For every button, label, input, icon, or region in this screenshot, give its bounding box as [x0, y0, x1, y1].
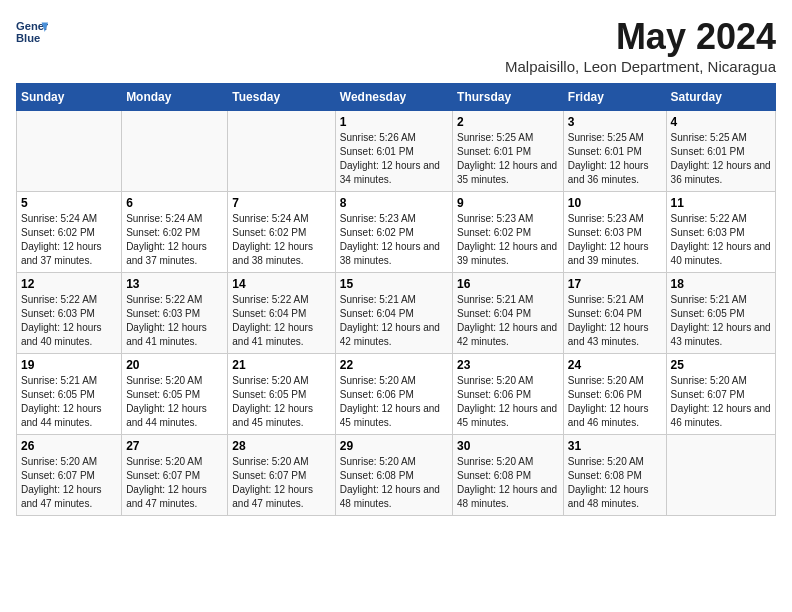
day-number: 26	[21, 439, 117, 453]
calendar-cell: 22Sunrise: 5:20 AMSunset: 6:06 PMDayligh…	[335, 354, 452, 435]
day-info: Sunrise: 5:22 AMSunset: 6:03 PMDaylight:…	[671, 212, 771, 268]
day-number: 24	[568, 358, 662, 372]
day-number: 5	[21, 196, 117, 210]
day-number: 4	[671, 115, 771, 129]
day-number: 27	[126, 439, 223, 453]
day-number: 18	[671, 277, 771, 291]
day-header-thursday: Thursday	[453, 84, 564, 111]
day-info: Sunrise: 5:20 AMSunset: 6:05 PMDaylight:…	[126, 374, 223, 430]
day-info: Sunrise: 5:25 AMSunset: 6:01 PMDaylight:…	[457, 131, 559, 187]
calendar-cell: 27Sunrise: 5:20 AMSunset: 6:07 PMDayligh…	[122, 435, 228, 516]
main-title: May 2024	[505, 16, 776, 58]
day-info: Sunrise: 5:23 AMSunset: 6:03 PMDaylight:…	[568, 212, 662, 268]
day-number: 17	[568, 277, 662, 291]
day-number: 20	[126, 358, 223, 372]
day-info: Sunrise: 5:25 AMSunset: 6:01 PMDaylight:…	[568, 131, 662, 187]
day-info: Sunrise: 5:20 AMSunset: 6:07 PMDaylight:…	[232, 455, 330, 511]
calendar-cell	[666, 435, 775, 516]
day-info: Sunrise: 5:24 AMSunset: 6:02 PMDaylight:…	[21, 212, 117, 268]
title-block: May 2024 Malpaisillo, Leon Department, N…	[505, 16, 776, 75]
day-info: Sunrise: 5:23 AMSunset: 6:02 PMDaylight:…	[340, 212, 448, 268]
day-number: 29	[340, 439, 448, 453]
calendar-cell: 15Sunrise: 5:21 AMSunset: 6:04 PMDayligh…	[335, 273, 452, 354]
day-number: 12	[21, 277, 117, 291]
calendar-cell: 3Sunrise: 5:25 AMSunset: 6:01 PMDaylight…	[563, 111, 666, 192]
day-info: Sunrise: 5:21 AMSunset: 6:04 PMDaylight:…	[568, 293, 662, 349]
calendar-cell: 23Sunrise: 5:20 AMSunset: 6:06 PMDayligh…	[453, 354, 564, 435]
calendar-cell: 11Sunrise: 5:22 AMSunset: 6:03 PMDayligh…	[666, 192, 775, 273]
calendar-cell: 4Sunrise: 5:25 AMSunset: 6:01 PMDaylight…	[666, 111, 775, 192]
calendar-cell: 8Sunrise: 5:23 AMSunset: 6:02 PMDaylight…	[335, 192, 452, 273]
calendar-header-row: SundayMondayTuesdayWednesdayThursdayFrid…	[17, 84, 776, 111]
day-header-saturday: Saturday	[666, 84, 775, 111]
day-info: Sunrise: 5:20 AMSunset: 6:07 PMDaylight:…	[671, 374, 771, 430]
calendar-cell: 10Sunrise: 5:23 AMSunset: 6:03 PMDayligh…	[563, 192, 666, 273]
day-header-monday: Monday	[122, 84, 228, 111]
calendar-cell: 2Sunrise: 5:25 AMSunset: 6:01 PMDaylight…	[453, 111, 564, 192]
day-number: 1	[340, 115, 448, 129]
calendar-cell	[122, 111, 228, 192]
day-number: 2	[457, 115, 559, 129]
day-header-wednesday: Wednesday	[335, 84, 452, 111]
day-number: 15	[340, 277, 448, 291]
day-info: Sunrise: 5:21 AMSunset: 6:05 PMDaylight:…	[21, 374, 117, 430]
day-info: Sunrise: 5:22 AMSunset: 6:03 PMDaylight:…	[21, 293, 117, 349]
calendar-body: 1Sunrise: 5:26 AMSunset: 6:01 PMDaylight…	[17, 111, 776, 516]
day-number: 21	[232, 358, 330, 372]
day-info: Sunrise: 5:24 AMSunset: 6:02 PMDaylight:…	[126, 212, 223, 268]
day-info: Sunrise: 5:20 AMSunset: 6:06 PMDaylight:…	[457, 374, 559, 430]
day-info: Sunrise: 5:20 AMSunset: 6:06 PMDaylight:…	[568, 374, 662, 430]
day-number: 3	[568, 115, 662, 129]
day-info: Sunrise: 5:20 AMSunset: 6:08 PMDaylight:…	[340, 455, 448, 511]
day-number: 11	[671, 196, 771, 210]
day-info: Sunrise: 5:20 AMSunset: 6:06 PMDaylight:…	[340, 374, 448, 430]
day-number: 31	[568, 439, 662, 453]
calendar-cell	[17, 111, 122, 192]
calendar-cell: 16Sunrise: 5:21 AMSunset: 6:04 PMDayligh…	[453, 273, 564, 354]
calendar-cell: 5Sunrise: 5:24 AMSunset: 6:02 PMDaylight…	[17, 192, 122, 273]
day-info: Sunrise: 5:25 AMSunset: 6:01 PMDaylight:…	[671, 131, 771, 187]
day-info: Sunrise: 5:20 AMSunset: 6:05 PMDaylight:…	[232, 374, 330, 430]
calendar-cell: 12Sunrise: 5:22 AMSunset: 6:03 PMDayligh…	[17, 273, 122, 354]
day-info: Sunrise: 5:26 AMSunset: 6:01 PMDaylight:…	[340, 131, 448, 187]
day-number: 30	[457, 439, 559, 453]
calendar-cell: 17Sunrise: 5:21 AMSunset: 6:04 PMDayligh…	[563, 273, 666, 354]
calendar-table: SundayMondayTuesdayWednesdayThursdayFrid…	[16, 83, 776, 516]
calendar-week-2: 5Sunrise: 5:24 AMSunset: 6:02 PMDaylight…	[17, 192, 776, 273]
day-header-tuesday: Tuesday	[228, 84, 335, 111]
calendar-cell: 6Sunrise: 5:24 AMSunset: 6:02 PMDaylight…	[122, 192, 228, 273]
day-number: 8	[340, 196, 448, 210]
day-info: Sunrise: 5:20 AMSunset: 6:07 PMDaylight:…	[21, 455, 117, 511]
calendar-week-1: 1Sunrise: 5:26 AMSunset: 6:01 PMDaylight…	[17, 111, 776, 192]
calendar-cell	[228, 111, 335, 192]
day-header-sunday: Sunday	[17, 84, 122, 111]
calendar-week-3: 12Sunrise: 5:22 AMSunset: 6:03 PMDayligh…	[17, 273, 776, 354]
logo-icon: General Blue	[16, 16, 48, 48]
calendar-cell: 24Sunrise: 5:20 AMSunset: 6:06 PMDayligh…	[563, 354, 666, 435]
day-number: 10	[568, 196, 662, 210]
day-number: 14	[232, 277, 330, 291]
day-info: Sunrise: 5:20 AMSunset: 6:08 PMDaylight:…	[457, 455, 559, 511]
calendar-week-5: 26Sunrise: 5:20 AMSunset: 6:07 PMDayligh…	[17, 435, 776, 516]
day-info: Sunrise: 5:20 AMSunset: 6:08 PMDaylight:…	[568, 455, 662, 511]
day-number: 6	[126, 196, 223, 210]
day-info: Sunrise: 5:20 AMSunset: 6:07 PMDaylight:…	[126, 455, 223, 511]
calendar-cell: 28Sunrise: 5:20 AMSunset: 6:07 PMDayligh…	[228, 435, 335, 516]
day-info: Sunrise: 5:21 AMSunset: 6:04 PMDaylight:…	[457, 293, 559, 349]
calendar-cell: 13Sunrise: 5:22 AMSunset: 6:03 PMDayligh…	[122, 273, 228, 354]
calendar-cell: 18Sunrise: 5:21 AMSunset: 6:05 PMDayligh…	[666, 273, 775, 354]
svg-text:Blue: Blue	[16, 32, 40, 44]
calendar-cell: 21Sunrise: 5:20 AMSunset: 6:05 PMDayligh…	[228, 354, 335, 435]
calendar-cell: 31Sunrise: 5:20 AMSunset: 6:08 PMDayligh…	[563, 435, 666, 516]
day-info: Sunrise: 5:22 AMSunset: 6:03 PMDaylight:…	[126, 293, 223, 349]
page-header: General Blue May 2024 Malpaisillo, Leon …	[16, 16, 776, 75]
calendar-cell: 9Sunrise: 5:23 AMSunset: 6:02 PMDaylight…	[453, 192, 564, 273]
day-number: 9	[457, 196, 559, 210]
day-number: 13	[126, 277, 223, 291]
calendar-cell: 7Sunrise: 5:24 AMSunset: 6:02 PMDaylight…	[228, 192, 335, 273]
logo: General Blue	[16, 16, 48, 48]
subtitle: Malpaisillo, Leon Department, Nicaragua	[505, 58, 776, 75]
day-number: 19	[21, 358, 117, 372]
day-header-friday: Friday	[563, 84, 666, 111]
day-info: Sunrise: 5:23 AMSunset: 6:02 PMDaylight:…	[457, 212, 559, 268]
